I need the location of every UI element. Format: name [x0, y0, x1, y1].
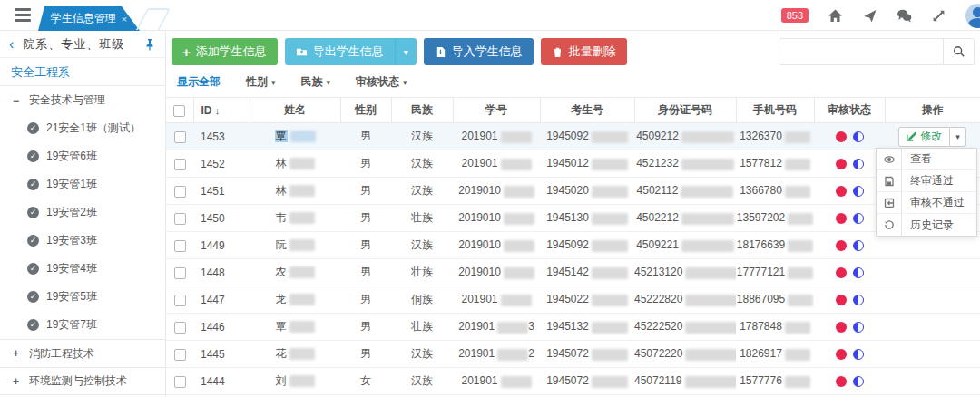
- cell-student-no: 201901: [453, 368, 540, 395]
- row-checkbox[interactable]: [174, 295, 186, 306]
- row-checkbox[interactable]: [174, 159, 186, 170]
- table-row[interactable]: 1448 农 男 壮族 2019010 1945142 45213120 177…: [166, 259, 980, 286]
- user-avatar[interactable]: [965, 4, 980, 28]
- ghost-tab: [136, 8, 172, 30]
- tab-student-info[interactable]: 学生信息管理 ×: [38, 6, 140, 31]
- export-dropdown-caret[interactable]: ▾: [395, 38, 416, 65]
- tree-node-safety-tech[interactable]: − 安全技术与管理: [0, 86, 165, 114]
- select-all-checkbox[interactable]: [173, 105, 185, 117]
- tree-leaf-class-4[interactable]: ✓ 19安管3班: [0, 227, 165, 255]
- edit-button[interactable]: 修改: [898, 127, 950, 147]
- messages-icon[interactable]: [897, 8, 912, 24]
- class-label: 19安管6班: [46, 149, 97, 164]
- search-input[interactable]: [779, 39, 943, 64]
- pin-icon[interactable]: [143, 38, 156, 51]
- tree-node-label: 安全技术与管理: [29, 92, 105, 108]
- status-half-icon: [853, 240, 864, 251]
- tab-close-icon[interactable]: ×: [122, 14, 127, 24]
- import-student-button[interactable]: 导入学生信息: [424, 38, 534, 65]
- filter-ethnic[interactable]: 民族▾: [301, 74, 331, 90]
- table-row[interactable]: 1447 龙 男 侗族 201901 1945022 45222820 1886…: [166, 286, 980, 314]
- edit-dropdown-caret[interactable]: ▾: [950, 127, 966, 147]
- toolbar: + 添加学生信息 导出学生信息 ▾ 导入学生信息 批量删除: [166, 31, 980, 73]
- collapse-sidebar-icon[interactable]: ‹: [9, 36, 14, 53]
- chevron-down-icon: ▾: [404, 47, 408, 57]
- chevron-down-icon: ▾: [271, 78, 276, 87]
- row-checkbox[interactable]: [174, 186, 186, 198]
- row-checkbox[interactable]: [174, 213, 186, 225]
- row-checkbox[interactable]: [174, 322, 186, 334]
- topbar-icons: 853: [781, 0, 980, 31]
- tree-leaf-class-7[interactable]: ✓ 19安管7班: [0, 311, 165, 339]
- tree-node-label: 消防工程技术: [29, 346, 94, 362]
- expand-node-icon[interactable]: +: [13, 375, 22, 388]
- tree-leaf-class-3[interactable]: ✓ 19安管2班: [0, 198, 165, 227]
- header-id[interactable]: ID ↓: [193, 98, 250, 123]
- cell-name: 韦: [250, 205, 340, 232]
- row-checkbox[interactable]: [174, 131, 186, 143]
- chevron-down-icon: ▾: [327, 78, 331, 87]
- status-half-icon: [853, 349, 864, 360]
- table-row[interactable]: 1453 覃 男 汉族 201901 1945092 4509212 13263…: [166, 123, 980, 150]
- class-label: 21安全1班（测试）: [46, 121, 141, 136]
- cell-gender: 男: [340, 123, 391, 150]
- menu-item-final-approve[interactable]: 终审通过: [877, 170, 976, 192]
- header-phone: 手机号码: [736, 98, 814, 123]
- fullscreen-icon[interactable]: [931, 8, 946, 24]
- header-gender: 性别: [340, 98, 391, 123]
- tree-leaf-class-5[interactable]: ✓ 19安管4班: [0, 255, 165, 283]
- row-action-menu: 查看 终审通过 审核不通过: [876, 148, 977, 237]
- table-row[interactable]: 1446 覃 男 壮族 2019013 1945132 45222520 178…: [166, 314, 980, 341]
- sidebar-title: 院系、专业、班级: [23, 36, 143, 53]
- cell-student-no: 2019013: [453, 314, 540, 341]
- tree-node-fire-engineering[interactable]: + 消防工程技术: [0, 339, 165, 367]
- tree-leaf-class-6[interactable]: ✓ 19安管5班: [0, 283, 165, 311]
- menu-item-history[interactable]: 历史记录: [877, 214, 976, 236]
- cell-id-card: 4502112: [634, 178, 736, 205]
- filter-audit-status[interactable]: 审核状态▾: [356, 74, 407, 90]
- row-checkbox[interactable]: [174, 240, 186, 252]
- cell-status: [814, 259, 885, 286]
- cell-gender: 男: [340, 286, 391, 314]
- send-icon[interactable]: [862, 8, 877, 24]
- cell-action: [885, 368, 980, 395]
- cell-phone: 18867095: [736, 286, 814, 314]
- row-checkbox[interactable]: [174, 267, 186, 279]
- table-row[interactable]: 1445 花 男 汉族 2019012 1945072 45072220 182…: [166, 341, 980, 368]
- export-icon: [296, 46, 308, 58]
- filter-show-all[interactable]: 显示全部: [177, 74, 220, 90]
- table-row[interactable]: 1450 韦 男 壮族 2019010 1945130 4502212 1359…: [166, 205, 980, 232]
- row-checkbox[interactable]: [174, 376, 186, 388]
- collapse-node-icon[interactable]: −: [13, 94, 22, 107]
- add-student-button[interactable]: + 添加学生信息: [172, 38, 278, 65]
- row-checkbox[interactable]: [174, 349, 186, 361]
- tree-leaf-class-0[interactable]: ✓ 21安全1班（测试）: [0, 114, 165, 142]
- menu-item-reject[interactable]: 审核不通过: [877, 192, 976, 214]
- header-id-card: 身份证号码: [634, 98, 736, 123]
- cell-status: [814, 341, 885, 368]
- tree-leaf-class-2[interactable]: ✓ 19安管1班: [0, 170, 165, 198]
- tree-node-env-monitoring[interactable]: + 环境监测与控制技术: [0, 367, 165, 395]
- sidebar-item-department[interactable]: 安全工程系: [0, 58, 165, 86]
- table-row[interactable]: 1449 阮 男 汉族 2019010 1945092 4509221 1817…: [166, 232, 980, 259]
- table-row[interactable]: 1451 林 男 汉族 2019010 1945020 4502112 1366…: [166, 178, 980, 205]
- cell-action: 修改 ▾ 查看 终审通过: [885, 123, 980, 150]
- cell-name: 覃: [250, 123, 340, 150]
- batch-delete-button[interactable]: 批量删除: [541, 38, 627, 65]
- cell-name: 阮: [250, 232, 340, 259]
- table-row[interactable]: 1444 刘 女 汉族 201901 1945072 45072119 1577…: [166, 368, 980, 395]
- home-icon[interactable]: [828, 8, 843, 24]
- check-circle-icon: ✓: [27, 319, 39, 331]
- notification-badge[interactable]: 853: [781, 8, 808, 23]
- search-button[interactable]: [943, 39, 974, 64]
- expand-node-icon[interactable]: +: [13, 347, 22, 360]
- cell-ethnic: 汉族: [391, 341, 453, 368]
- cell-gender: 男: [340, 259, 391, 286]
- cell-phone: 1366780: [736, 178, 814, 205]
- tree-leaf-class-1[interactable]: ✓ 19安管6班: [0, 142, 165, 170]
- menu-item-view[interactable]: 查看: [877, 149, 976, 170]
- table-row[interactable]: 1452 林 男 汉族 201901 1945012 4521232 15778…: [166, 150, 980, 178]
- menu-toggle-icon[interactable]: [15, 8, 31, 22]
- filter-gender[interactable]: 性别▾: [246, 74, 276, 90]
- export-student-button[interactable]: 导出学生信息: [285, 38, 395, 65]
